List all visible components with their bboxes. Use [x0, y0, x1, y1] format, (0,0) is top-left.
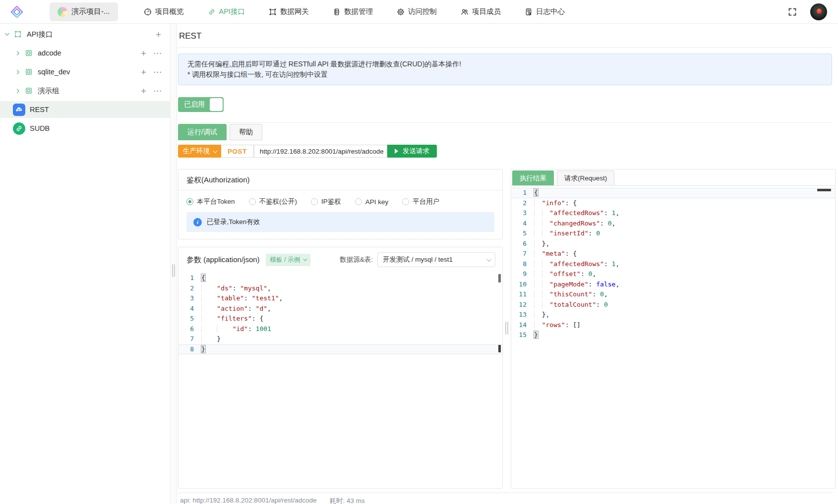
fullscreen-icon[interactable] [787, 7, 797, 17]
code-line[interactable]: 15} [511, 330, 835, 340]
auth-radio-不鉴权(公开)[interactable]: 不鉴权(公开) [249, 197, 298, 206]
sidebar-splitter[interactable] [170, 24, 177, 504]
result-panel: 执行结果请求(Request) 1{2 "info": {3 "affected… [511, 169, 836, 489]
nav-item-数据网关[interactable]: 数据网关 [257, 0, 321, 24]
editor-scrollbar-thumb[interactable] [817, 189, 831, 191]
line-number: 6 [511, 239, 534, 249]
radio-icon [186, 198, 193, 205]
group-icon [24, 49, 33, 58]
code-line[interactable]: 1{ [179, 273, 502, 283]
columns-splitter-grip[interactable] [505, 322, 509, 335]
line-number: 14 [511, 320, 534, 331]
code-content: } [201, 344, 502, 355]
code-line[interactable]: 5 "filters": { [179, 314, 502, 324]
sidebar-item-label: API接口 [27, 30, 154, 39]
sidebar-group-adcode[interactable]: adcode+⋯ [0, 45, 170, 61]
result-tabs: 执行结果请求(Request) [511, 169, 835, 186]
template-example-button[interactable]: 模板 / 示例 [266, 254, 310, 266]
line-number: 7 [179, 334, 201, 344]
auth-radio-平台用户[interactable]: 平台用户 [402, 197, 439, 206]
code-line[interactable]: 7 "meta": { [511, 249, 835, 259]
sidebar-api-REST[interactable]: RESTREST [0, 101, 170, 118]
auth-radio-API key[interactable]: API key [355, 198, 389, 206]
code-line[interactable]: 8} [179, 344, 502, 355]
code-line[interactable]: 5 "insertId": 0 [511, 228, 835, 239]
request-url-input[interactable]: http://192.168.8.202:8001/api/rest/adcod… [254, 145, 387, 158]
nav-item-API接口[interactable]: API接口 [196, 0, 257, 24]
nav-item-项目成员[interactable]: 项目成员 [449, 0, 513, 24]
code-line[interactable]: 7 } [179, 334, 502, 344]
token-status-text: 已登录,Token有效 [207, 218, 260, 226]
code-line[interactable]: 12 "totalCount": 0 [511, 300, 835, 310]
code-line[interactable]: 3 "affectedRows": 1, [511, 208, 835, 219]
line-number: 8 [179, 344, 201, 355]
code-line[interactable]: 2 "info": { [511, 198, 835, 209]
parameters-header: 参数 (application/json) 模板 / 示例 数据源&表: 开发测… [179, 247, 502, 271]
line-number: 12 [511, 300, 534, 310]
add-icon[interactable]: + [139, 86, 148, 96]
editor-scrollbar-corner[interactable] [498, 345, 501, 352]
code-line[interactable]: 13 }, [511, 310, 835, 320]
datasource-select[interactable]: 开发测试 / mysql / test1 [377, 252, 495, 267]
nav-item-项目概览[interactable]: 项目概览 [132, 0, 196, 24]
nav-item-访问控制[interactable]: 访问控制 [385, 0, 449, 24]
code-line[interactable]: 4 "changedRows": 0, [511, 219, 835, 229]
environment-select-button[interactable]: 生产环境 [178, 145, 221, 158]
nav-item-label: 日志中心 [536, 7, 565, 16]
code-line[interactable]: 6 "id": 1001 [179, 324, 502, 335]
user-avatar[interactable] [810, 3, 827, 20]
notice-line-2: * 调用权限与接口组一致, 可在访问控制中设置 [187, 69, 823, 80]
result-tab-请求(Request)[interactable]: 请求(Request) [557, 170, 614, 185]
info-icon: i [193, 218, 202, 226]
tab-帮助[interactable]: 帮助 [230, 124, 262, 140]
code-line[interactable]: 2 "ds": "mysql", [179, 283, 502, 294]
brand-diamond-icon[interactable] [8, 3, 26, 21]
code-line[interactable]: 4 "action": "d", [179, 304, 502, 314]
code-line[interactable]: 14 "rows": [] [511, 320, 835, 331]
add-icon[interactable]: + [139, 49, 148, 58]
gear-icon [397, 8, 405, 16]
auth-radio-本平台Token[interactable]: 本平台Token [186, 197, 235, 206]
sidebar-item-api-root[interactable]: API接口+ [0, 26, 170, 43]
editor-scrollbar-thumb[interactable] [498, 274, 501, 282]
result-tab-执行结果[interactable]: 执行结果 [512, 170, 554, 185]
code-content: "affectedRows": 1, [534, 259, 835, 270]
add-icon[interactable]: + [139, 67, 148, 77]
nav-item-日志中心[interactable]: 日志中心 [513, 0, 577, 24]
nav-item-数据管理[interactable]: 数据管理 [321, 0, 385, 24]
code-line[interactable]: 10 "pageMode": false, [511, 280, 835, 290]
auth-radio-label: API key [365, 198, 389, 206]
send-request-button[interactable]: 发送请求 [387, 145, 437, 158]
nav-item-label: 访问控制 [408, 7, 437, 16]
code-line[interactable]: 11 "thisCount": 0, [511, 289, 835, 300]
line-number: 6 [179, 324, 201, 335]
sidebar-api-SUDB[interactable]: SUDB [0, 120, 170, 137]
environment-label: 生产环境 [183, 147, 210, 156]
code-line[interactable]: 3 "table": "test1", [179, 293, 502, 304]
auth-radio-label: IP鉴权 [321, 197, 341, 206]
tab-运行/调试[interactable]: 运行/调试 [178, 124, 227, 140]
request-body-editor[interactable]: 1{2 "ds": "mysql",3 "table": "test1",4 "… [179, 273, 502, 354]
sidebar-group-label: sqlite_dev [38, 68, 139, 76]
sidebar-group-演示组[interactable]: 演示组+⋯ [0, 82, 170, 99]
request-bar: 生产环境 POST http://192.168.8.202:8001/api/… [178, 145, 437, 158]
top-navigation-bar: 演示项目-... 项目概览API接口数据网关数据管理访问控制项目成员日志中心 [0, 0, 838, 24]
code-line[interactable]: 6 }, [511, 239, 835, 249]
sidebar-splitter-grip[interactable] [172, 264, 176, 277]
more-icon[interactable]: ⋯ [152, 68, 163, 76]
response-editor[interactable]: 1{2 "info": {3 "affectedRows": 1,4 "chan… [511, 188, 835, 340]
more-icon[interactable]: ⋯ [152, 87, 163, 95]
line-number: 3 [179, 293, 201, 304]
sidebar-group-sqlite_dev[interactable]: sqlite_dev+⋯ [0, 63, 170, 80]
code-line[interactable]: 1{ [511, 188, 835, 198]
more-icon[interactable]: ⋯ [152, 49, 163, 57]
code-line[interactable]: 8 "affectedRows": 1, [511, 259, 835, 270]
add-icon[interactable]: + [154, 30, 163, 39]
enabled-toggle[interactable]: 已启用 [178, 97, 224, 112]
line-number: 2 [179, 283, 201, 294]
code-content: }, [534, 310, 835, 320]
project-switcher[interactable]: 演示项目-... [50, 2, 118, 21]
code-line[interactable]: 9 "offset": 0, [511, 269, 835, 280]
auth-radio-IP鉴权[interactable]: IP鉴权 [311, 197, 341, 206]
sidebar-api-label: SUDB [30, 124, 163, 132]
